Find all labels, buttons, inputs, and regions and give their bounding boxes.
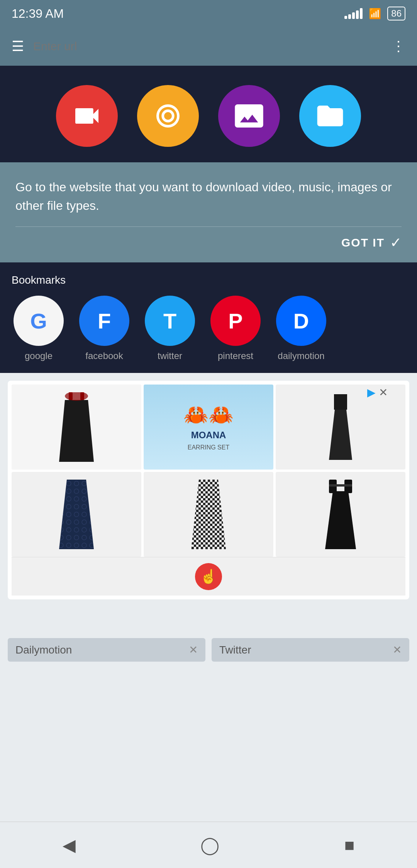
bookmarks-list: G google F facebook T twitter P pinteres… [12,296,409,365]
status-bar: 12:39 AM 📶 86 [0,0,417,27]
image-download-button[interactable] [218,85,280,147]
bookmark-avatar-google: G [14,296,64,346]
signal-icon [344,8,363,19]
product-cell-5[interactable] [144,472,273,557]
bookmark-label-pinterest: pinterest [218,351,253,361]
bookmark-label-dailymotion: dailymotion [278,351,324,361]
ad-close-icon[interactable]: ✕ [379,386,388,399]
ad-badge: ▶ ✕ [367,386,388,399]
svg-rect-11 [329,484,352,487]
recents-button[interactable]: ■ [344,836,355,855]
bookmark-label-facebook: facebook [85,351,123,361]
tooltip-section: Go to the website that you want to downl… [0,162,417,262]
battery-indicator: 86 [387,7,405,20]
svg-rect-3 [334,394,347,410]
folder-download-button[interactable] [299,85,361,147]
tooltip-divider [15,226,402,227]
product-section: ▶ ✕ 🦀🦀 MOANA EARRING SE [0,373,417,607]
bottom-nav: ◀ ◯ ■ [0,822,417,868]
url-input[interactable] [33,40,382,53]
bookmark-twitter[interactable]: T twitter [143,296,197,361]
hand-pointer-icon: ☝ [200,568,217,585]
tooltip-text: Go to the website that you want to downl… [15,178,402,215]
music-download-button[interactable] [137,85,199,147]
status-icons: 📶 86 [344,7,405,20]
checkmark-icon: ✓ [390,235,402,251]
ad-play-icon: ▶ [367,386,376,399]
open-tab-dailymotion[interactable]: Dailymotion ✕ [8,638,205,662]
bookmark-google[interactable]: G google [12,296,66,361]
open-tabs-section: Dailymotion ✕ Twitter ✕ [0,630,417,665]
toolbar: ☰ ⋮ [0,27,417,66]
got-it-button[interactable]: GOT IT ✓ [15,235,402,251]
product-cell-1[interactable] [12,385,141,470]
bookmarks-title: Bookmarks [12,274,409,286]
cursor-icon: ☝ [195,563,222,590]
bookmark-avatar-facebook: F [79,296,129,346]
bookmark-avatar-dailymotion: D [276,296,326,346]
bookmark-pinterest[interactable]: P pinterest [208,296,263,361]
back-button[interactable]: ◀ [63,835,76,855]
product-cell-moana[interactable]: 🦀🦀 MOANA EARRING SET [144,385,273,470]
cursor-row: ☝ [12,557,405,596]
more-options-icon[interactable]: ⋮ [392,38,405,54]
bookmarks-section: Bookmarks G google F facebook T twitter … [0,262,417,373]
video-download-button[interactable] [56,85,118,147]
wifi-icon: 📶 [369,8,381,20]
bookmark-label-twitter: twitter [158,351,182,361]
svg-point-2 [65,392,88,401]
bookmark-avatar-pinterest: P [210,296,261,346]
hamburger-menu-icon[interactable]: ☰ [12,38,24,54]
status-time: 12:39 AM [12,7,64,21]
product-grid: 🦀🦀 MOANA EARRING SET [12,385,405,557]
bookmark-dailymotion[interactable]: D dailymotion [274,296,328,361]
product-grid-wrapper: ▶ ✕ 🦀🦀 MOANA EARRING SE [8,381,409,599]
close-tab-dailymotion-icon[interactable]: ✕ [189,643,198,656]
got-it-label: GOT IT [341,236,385,249]
close-tab-twitter-icon[interactable]: ✕ [393,643,402,656]
bookmark-label-google: google [25,351,53,361]
hero-section [0,66,417,162]
open-tab-label-twitter: Twitter [219,644,251,656]
bookmark-avatar-twitter: T [145,296,195,346]
home-button[interactable]: ◯ [200,835,219,855]
open-tab-label-dailymotion: Dailymotion [15,644,72,656]
product-cell-4[interactable] [12,472,141,557]
bookmark-facebook[interactable]: F facebook [77,296,131,361]
product-cell-6[interactable] [276,472,405,557]
open-tab-twitter[interactable]: Twitter ✕ [212,638,409,662]
